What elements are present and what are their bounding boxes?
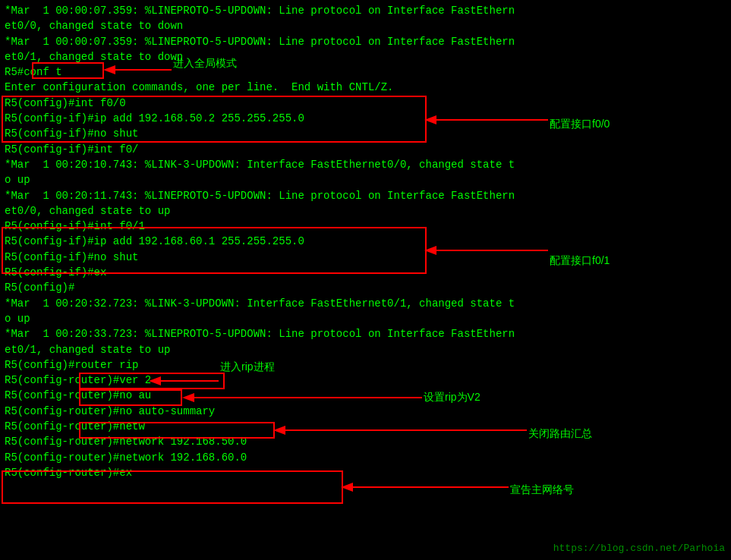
terminal-line-26: R5(config-router)#no auto-summary [5, 404, 726, 419]
terminal-line-3: et0/1, changed state to down [5, 49, 726, 64]
terminal-line-29: R5(config-router)#network 192.168.60.0 [5, 450, 726, 465]
terminal-line-10: *Mar 1 00:20:10.743: %LINK-3-UPDOWN: Int… [5, 157, 726, 172]
terminal-line-12: *Mar 1 00:20:11.743: %LINEPROTO-5-UPDOWN… [5, 188, 726, 203]
terminal-line-28: R5(config-router)#network 192.168.50.0 [5, 434, 726, 449]
terminal-line-2: *Mar 1 00:00:07.359: %LINEPROTO-5-UPDOWN… [5, 34, 726, 49]
terminal-line-9: R5(config-if)#int f0/ [5, 142, 726, 157]
terminal: *Mar 1 00:00:07.359: %LINEPROTO-5-UPDOWN… [0, 0, 731, 560]
terminal-line-23: R5(config)#router rip [5, 357, 726, 373]
terminal-line-6: R5(config)#int f0/0 [5, 96, 726, 111]
terminal-line-24: R5(config-router)#ver 2 [5, 373, 726, 388]
terminal-line-5: Enter configuration commands, one per li… [5, 80, 726, 95]
terminal-line-15: R5(config-if)#ip add 192.168.60.1 255.25… [5, 234, 726, 249]
terminal-line-17: R5(config-if)#ex [5, 265, 726, 280]
terminal-line-16: R5(config-if)#no shut [5, 250, 726, 265]
terminal-line-19: *Mar 1 00:20:32.723: %LINK-3-UPDOWN: Int… [5, 296, 726, 311]
terminal-line-22: et0/1, changed state to up [5, 342, 726, 357]
terminal-line-1: et0/0, changed state to down [5, 18, 726, 33]
terminal-line-14: R5(config-if)#int f0/1 [5, 219, 726, 234]
terminal-line-4: R5#conf t [5, 64, 726, 80]
terminal-line-8: R5(config-if)#no shut [5, 126, 726, 141]
terminal-line-25: R5(config-router)#no au [5, 388, 726, 403]
terminal-line-27: R5(config-router)#netw [5, 419, 726, 434]
watermark: https://blog.csdn.net/Parhoia [553, 543, 725, 554]
terminal-line-30: R5(config-router)#ex [5, 465, 726, 480]
terminal-line-20: o up [5, 311, 726, 326]
terminal-line-21: *Mar 1 00:20:33.723: %LINEPROTO-5-UPDOWN… [5, 326, 726, 341]
annotation-network: 宣告主网络号 [510, 483, 574, 496]
terminal-line-0: *Mar 1 00:00:07.359: %LINEPROTO-5-UPDOWN… [5, 3, 726, 18]
terminal-line-7: R5(config-if)#ip add 192.168.50.2 255.25… [5, 111, 726, 126]
terminal-line-11: o up [5, 172, 726, 187]
terminal-line-18: R5(config)# [5, 280, 726, 295]
terminal-line-13: et0/0, changed state to up [5, 203, 726, 219]
